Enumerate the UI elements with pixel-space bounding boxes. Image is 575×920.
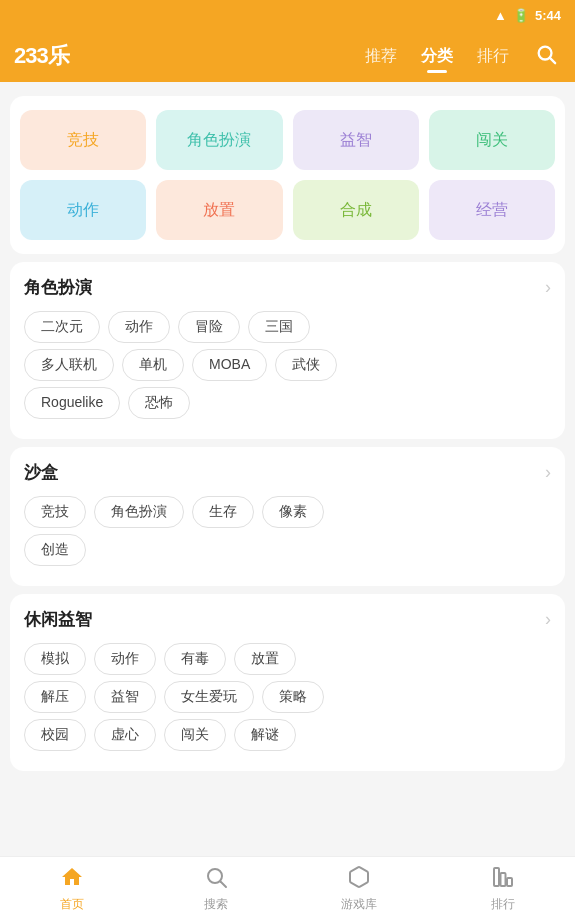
tab-ranking[interactable]: 排行 bbox=[467, 42, 519, 71]
section-casual-header: 休闲益智 › bbox=[24, 608, 551, 631]
tab-category[interactable]: 分类 bbox=[411, 42, 463, 71]
ranking-icon bbox=[491, 865, 515, 893]
tag-casual-moni[interactable]: 模拟 bbox=[24, 643, 86, 675]
tag-casual-nvsheng[interactable]: 女生爱玩 bbox=[164, 681, 254, 713]
tag-sanguo[interactable]: 三国 bbox=[248, 311, 310, 343]
search-button[interactable] bbox=[531, 39, 561, 74]
tag-erciyan[interactable]: 二次元 bbox=[24, 311, 100, 343]
svg-line-1 bbox=[550, 58, 555, 63]
bottom-nav-home[interactable]: 首页 bbox=[0, 865, 144, 913]
section-casual: 休闲益智 › 模拟 动作 有毒 放置 解压 益智 女生爱玩 策略 校园 虚心 闯… bbox=[10, 594, 565, 771]
category-card-fangzhi[interactable]: 放置 bbox=[156, 180, 282, 240]
tag-casual-celue[interactable]: 策略 bbox=[262, 681, 324, 713]
section-roleplay-tags3: Roguelike 恐怖 bbox=[24, 387, 551, 419]
tag-kongbu[interactable]: 恐怖 bbox=[128, 387, 190, 419]
section-roleplay-header: 角色扮演 › bbox=[24, 276, 551, 299]
tag-casual-chuangguan[interactable]: 闯关 bbox=[164, 719, 226, 751]
section-casual-arrow[interactable]: › bbox=[545, 609, 551, 630]
bottom-nav-ranking[interactable]: 排行 bbox=[431, 865, 575, 913]
tag-casual-xiaoyuan[interactable]: 校园 bbox=[24, 719, 86, 751]
svg-rect-4 bbox=[494, 868, 499, 886]
bottom-nav-home-label: 首页 bbox=[60, 896, 84, 913]
section-casual-tags: 模拟 动作 有毒 放置 bbox=[24, 643, 551, 675]
tag-duorenlianji[interactable]: 多人联机 bbox=[24, 349, 114, 381]
time: 5:44 bbox=[535, 8, 561, 23]
category-card-yizhi[interactable]: 益智 bbox=[293, 110, 419, 170]
section-sandbox-title: 沙盒 bbox=[24, 461, 58, 484]
section-roleplay-title: 角色扮演 bbox=[24, 276, 92, 299]
section-sandbox: 沙盒 › 竞技 角色扮演 生存 像素 创造 bbox=[10, 447, 565, 586]
tag-sandbox-shengcun[interactable]: 生存 bbox=[192, 496, 254, 528]
library-icon bbox=[347, 865, 371, 893]
section-sandbox-arrow[interactable]: › bbox=[545, 462, 551, 483]
tag-casual-yizhi[interactable]: 益智 bbox=[94, 681, 156, 713]
main-content: 竞技 角色扮演 益智 闯关 动作 放置 合成 经营 角色扮演 › 二次元 动作 … bbox=[0, 82, 575, 849]
tag-sandbox-chuangzao[interactable]: 创造 bbox=[24, 534, 86, 566]
bottom-nav-library[interactable]: 游戏库 bbox=[288, 865, 432, 913]
category-grid: 竞技 角色扮演 益智 闯关 动作 放置 合成 经营 bbox=[20, 110, 555, 240]
tag-casual-jiemi[interactable]: 解谜 bbox=[234, 719, 296, 751]
category-card-chuangguan[interactable]: 闯关 bbox=[429, 110, 555, 170]
category-card-roleplay[interactable]: 角色扮演 bbox=[156, 110, 282, 170]
section-sandbox-tags2: 创造 bbox=[24, 534, 551, 566]
svg-line-3 bbox=[220, 881, 226, 887]
svg-rect-5 bbox=[501, 873, 506, 886]
search-nav-icon bbox=[204, 865, 228, 893]
tag-sandbox-roleplay[interactable]: 角色扮演 bbox=[94, 496, 184, 528]
wifi-icon: ▲ bbox=[494, 8, 507, 23]
section-casual-tags3: 校园 虚心 闯关 解谜 bbox=[24, 719, 551, 751]
bottom-nav-library-label: 游戏库 bbox=[341, 896, 377, 913]
category-card-jingji[interactable]: 竞技 bbox=[20, 110, 146, 170]
bottom-nav-ranking-label: 排行 bbox=[491, 896, 515, 913]
section-casual-tags2: 解压 益智 女生爱玩 策略 bbox=[24, 681, 551, 713]
tag-maoxian[interactable]: 冒险 bbox=[178, 311, 240, 343]
home-icon bbox=[60, 865, 84, 893]
section-sandbox-header: 沙盒 › bbox=[24, 461, 551, 484]
category-card-dongzuo[interactable]: 动作 bbox=[20, 180, 146, 240]
status-bar: ▲ 🔋 5:44 bbox=[0, 0, 575, 30]
tag-danji[interactable]: 单机 bbox=[122, 349, 184, 381]
tag-dongzuo[interactable]: 动作 bbox=[108, 311, 170, 343]
header: 233乐 推荐 分类 排行 bbox=[0, 30, 575, 82]
app-logo: 233乐 bbox=[14, 41, 69, 71]
tag-moba[interactable]: MOBA bbox=[192, 349, 267, 381]
section-roleplay-arrow[interactable]: › bbox=[545, 277, 551, 298]
tag-casual-fangzhi[interactable]: 放置 bbox=[234, 643, 296, 675]
tag-casual-youdu[interactable]: 有毒 bbox=[164, 643, 226, 675]
tag-casual-dongzuo[interactable]: 动作 bbox=[94, 643, 156, 675]
category-card-jingying[interactable]: 经营 bbox=[429, 180, 555, 240]
section-roleplay-tags2: 多人联机 单机 MOBA 武侠 bbox=[24, 349, 551, 381]
section-casual-title: 休闲益智 bbox=[24, 608, 92, 631]
tag-casual-jiey[interactable]: 解压 bbox=[24, 681, 86, 713]
tab-recommend[interactable]: 推荐 bbox=[355, 42, 407, 71]
bottom-nav-search-label: 搜索 bbox=[204, 896, 228, 913]
tag-sandbox-pixel[interactable]: 像素 bbox=[262, 496, 324, 528]
section-roleplay-tags: 二次元 动作 冒险 三国 bbox=[24, 311, 551, 343]
category-grid-container: 竞技 角色扮演 益智 闯关 动作 放置 合成 经营 bbox=[10, 96, 565, 254]
category-card-hecheng[interactable]: 合成 bbox=[293, 180, 419, 240]
svg-rect-6 bbox=[507, 878, 512, 886]
section-roleplay: 角色扮演 › 二次元 动作 冒险 三国 多人联机 单机 MOBA 武侠 Rogu… bbox=[10, 262, 565, 439]
bottom-nav-search[interactable]: 搜索 bbox=[144, 865, 288, 913]
section-sandbox-tags: 竞技 角色扮演 生存 像素 bbox=[24, 496, 551, 528]
tag-sandbox-jingji[interactable]: 竞技 bbox=[24, 496, 86, 528]
tag-wuxia[interactable]: 武侠 bbox=[275, 349, 337, 381]
bottom-nav: 首页 搜索 游戏库 排行 bbox=[0, 856, 575, 920]
nav-tabs: 推荐 分类 排行 bbox=[355, 42, 519, 71]
battery-icon: 🔋 bbox=[513, 8, 529, 23]
tag-casual-xuxin[interactable]: 虚心 bbox=[94, 719, 156, 751]
tag-roguelike[interactable]: Roguelike bbox=[24, 387, 120, 419]
